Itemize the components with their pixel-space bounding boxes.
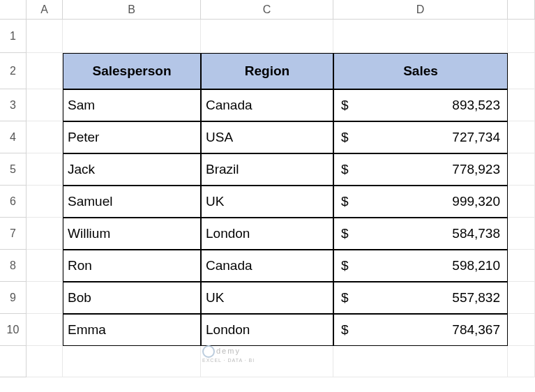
cell-salesperson[interactable]: Bob: [63, 282, 201, 314]
cell-D1[interactable]: [333, 20, 508, 53]
cell-region[interactable]: Canada: [201, 250, 333, 282]
currency-symbol: $: [341, 194, 349, 209]
cell-A1[interactable]: [27, 20, 63, 53]
cell-empty[interactable]: [63, 346, 201, 377]
cell-E6[interactable]: [508, 186, 535, 218]
spreadsheet-grid[interactable]: A B C D 1 2 Salesperson Region Sales 3 S…: [0, 0, 535, 377]
currency-symbol: $: [341, 290, 349, 306]
cell-sales[interactable]: $893,523: [333, 89, 508, 121]
currency-symbol: $: [341, 322, 349, 338]
cell-A5[interactable]: [27, 153, 63, 186]
cell-salesperson[interactable]: Emma: [63, 314, 201, 346]
col-header-more[interactable]: [508, 0, 535, 20]
cell-region[interactable]: UK: [201, 186, 333, 218]
cell-C1[interactable]: [201, 20, 333, 53]
sales-value: 893,523: [452, 98, 500, 113]
row-header-10[interactable]: 10: [0, 314, 27, 346]
cell-empty[interactable]: [201, 346, 333, 377]
cell-A9[interactable]: [27, 282, 63, 314]
header-sales[interactable]: Sales: [333, 53, 508, 89]
cell-empty[interactable]: [508, 346, 535, 377]
row-header-6[interactable]: 6: [0, 186, 27, 218]
currency-symbol: $: [341, 130, 349, 145]
cell-salesperson[interactable]: Willium: [63, 218, 201, 250]
cell-region[interactable]: London: [201, 218, 333, 250]
col-header-B[interactable]: B: [63, 0, 201, 20]
cell-B1[interactable]: [63, 20, 201, 53]
row-header-9[interactable]: 9: [0, 282, 27, 314]
cell-A4[interactable]: [27, 121, 63, 153]
row-header-more[interactable]: [0, 346, 27, 377]
cell-region[interactable]: Brazil: [201, 153, 333, 186]
cell-sales[interactable]: $598,210: [333, 250, 508, 282]
row-header-8[interactable]: 8: [0, 250, 27, 282]
sales-value: 584,738: [452, 226, 500, 241]
cell-region[interactable]: UK: [201, 282, 333, 314]
sales-value: 784,367: [452, 322, 500, 338]
row-header-3[interactable]: 3: [0, 89, 27, 121]
cell-sales[interactable]: $778,923: [333, 153, 508, 186]
cell-A2[interactable]: [27, 53, 63, 89]
cell-E2[interactable]: [508, 53, 535, 89]
cell-E4[interactable]: [508, 121, 535, 153]
cell-salesperson[interactable]: Jack: [63, 153, 201, 186]
cell-E1[interactable]: [508, 20, 535, 53]
sales-value: 598,210: [452, 258, 500, 273]
sales-value: 727,734: [452, 130, 500, 145]
row-header-7[interactable]: 7: [0, 218, 27, 250]
cell-empty[interactable]: [333, 346, 508, 377]
currency-symbol: $: [341, 226, 349, 241]
cell-A7[interactable]: [27, 218, 63, 250]
cell-A6[interactable]: [27, 186, 63, 218]
row-header-1[interactable]: 1: [0, 20, 27, 53]
cell-sales[interactable]: $557,832: [333, 282, 508, 314]
select-all-corner[interactable]: [0, 0, 27, 20]
cell-A8[interactable]: [27, 250, 63, 282]
cell-salesperson[interactable]: Ron: [63, 250, 201, 282]
col-header-D[interactable]: D: [333, 0, 508, 20]
currency-symbol: $: [341, 258, 349, 273]
cell-A10[interactable]: [27, 314, 63, 346]
cell-sales[interactable]: $784,367: [333, 314, 508, 346]
currency-symbol: $: [341, 98, 349, 113]
cell-E3[interactable]: [508, 89, 535, 121]
cell-empty[interactable]: [27, 346, 63, 377]
currency-symbol: $: [341, 162, 349, 177]
cell-salesperson[interactable]: Samuel: [63, 186, 201, 218]
cell-E5[interactable]: [508, 153, 535, 186]
header-salesperson[interactable]: Salesperson: [63, 53, 201, 89]
cell-salesperson[interactable]: Sam: [63, 89, 201, 121]
cell-salesperson[interactable]: Peter: [63, 121, 201, 153]
sales-value: 778,923: [452, 162, 500, 177]
row-header-4[interactable]: 4: [0, 121, 27, 153]
cell-E7[interactable]: [508, 218, 535, 250]
header-region[interactable]: Region: [201, 53, 333, 89]
cell-A3[interactable]: [27, 89, 63, 121]
col-header-A[interactable]: A: [27, 0, 63, 20]
sales-value: 557,832: [452, 290, 500, 306]
row-header-5[interactable]: 5: [0, 153, 27, 186]
cell-E9[interactable]: [508, 282, 535, 314]
sales-value: 999,320: [452, 194, 500, 209]
col-header-C[interactable]: C: [201, 0, 333, 20]
cell-region[interactable]: London: [201, 314, 333, 346]
cell-E10[interactable]: [508, 314, 535, 346]
cell-region[interactable]: USA: [201, 121, 333, 153]
cell-sales[interactable]: $999,320: [333, 186, 508, 218]
cell-sales[interactable]: $584,738: [333, 218, 508, 250]
cell-region[interactable]: Canada: [201, 89, 333, 121]
cell-E8[interactable]: [508, 250, 535, 282]
cell-sales[interactable]: $727,734: [333, 121, 508, 153]
row-header-2[interactable]: 2: [0, 53, 27, 89]
